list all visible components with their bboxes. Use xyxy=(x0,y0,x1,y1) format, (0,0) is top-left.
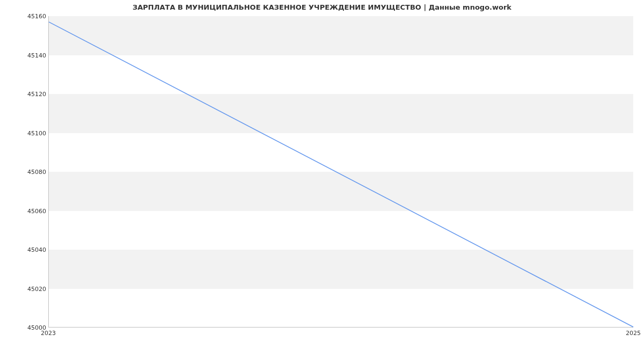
y-tick-label: 45140 xyxy=(3,52,46,59)
chart-container: ЗАРПЛАТА В МУНИЦИПАЛЬНОЕ КАЗЕННОЕ УЧРЕЖД… xyxy=(0,0,644,349)
y-tick-label: 45120 xyxy=(3,91,46,98)
y-tick-label: 45000 xyxy=(3,324,46,331)
x-tick-label: 2025 xyxy=(626,330,641,337)
chart-title: ЗАРПЛАТА В МУНИЦИПАЛЬНОЕ КАЗЕННОЕ УЧРЕЖД… xyxy=(0,3,644,11)
line-layer xyxy=(49,16,633,327)
y-tick-label: 45040 xyxy=(3,246,46,253)
y-tick-label: 45060 xyxy=(3,207,46,214)
y-tick-label: 45100 xyxy=(3,129,46,136)
y-tick-label: 45160 xyxy=(3,13,46,20)
x-tick-label: 2023 xyxy=(41,330,56,337)
y-tick-label: 45080 xyxy=(3,169,46,176)
plot-area xyxy=(48,16,633,328)
series-line-salary xyxy=(49,22,633,327)
y-tick-label: 45020 xyxy=(3,285,46,292)
